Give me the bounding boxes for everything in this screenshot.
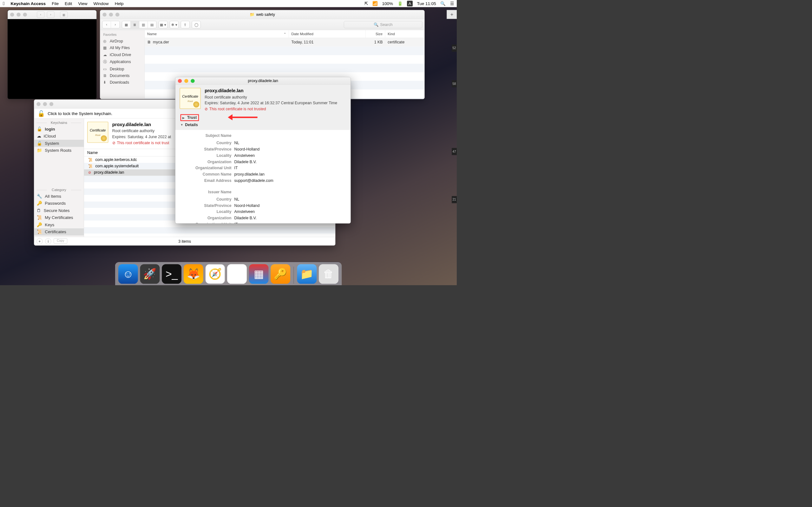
- lock-text: Click to lock the System keychain.: [48, 111, 112, 116]
- key-icon: 🔑: [37, 222, 42, 227]
- sidebar-item-downloads[interactable]: ⬇Downloads: [100, 79, 145, 86]
- list-view-icon[interactable]: ≣: [131, 21, 139, 28]
- sidebar-item-applications[interactable]: ⒶApplications: [100, 58, 145, 66]
- menu-file[interactable]: File: [52, 1, 59, 6]
- cert-warning: This root certificate is not trusted: [209, 106, 266, 112]
- input-source-badge[interactable]: A: [407, 1, 413, 6]
- sidebar-item-documents[interactable]: 🗎Documents: [100, 72, 145, 79]
- category-certificates[interactable]: 📜Certificates: [34, 228, 84, 236]
- dock-finder[interactable]: ☺: [118, 264, 138, 284]
- keychain-icloud[interactable]: ☁iCloud: [34, 133, 84, 140]
- app-name[interactable]: Keychain Access: [10, 1, 46, 6]
- arrange-button[interactable]: ▦ ▾: [159, 21, 167, 29]
- traffic-lights[interactable]: [10, 13, 27, 16]
- lock-icon[interactable]: 🔓: [38, 110, 45, 117]
- field-email: Email Addresssupport@diladele.com: [179, 177, 347, 184]
- trust-disclosure[interactable]: ▶Trust: [179, 113, 347, 122]
- info-button[interactable]: i: [45, 238, 51, 244]
- favorites-header: Favorites: [100, 32, 145, 38]
- sidebar-item-airdrop[interactable]: ◎AirDrop: [100, 38, 145, 44]
- cert-name: proxy.diladele.lan: [112, 122, 171, 127]
- folder-icon: 📁: [37, 148, 42, 153]
- dock-terminal[interactable]: >_: [162, 264, 182, 284]
- inspector-titlebar[interactable]: proxy.diladele.lan: [175, 77, 351, 85]
- dock-vmware[interactable]: ▦: [249, 264, 269, 284]
- file-row[interactable]: 🗎myca.der Today, 11:01 1 KB certificate: [145, 38, 424, 47]
- view-mode-switcher[interactable]: ▦ ≣ ▥ ▤: [122, 21, 156, 29]
- category-my-certs[interactable]: 📜My Certificates: [34, 214, 84, 222]
- airdrop-icon: ◎: [103, 39, 108, 44]
- dock-firefox[interactable]: 🦊: [184, 264, 203, 284]
- dock-safari[interactable]: 🧭: [205, 264, 225, 284]
- dock-chrome[interactable]: ◉: [227, 264, 247, 284]
- error-icon: ⊘: [205, 106, 208, 112]
- dock-downloads[interactable]: 📁: [297, 264, 317, 284]
- coverflow-view-icon[interactable]: ▤: [148, 21, 156, 28]
- traffic-lights[interactable]: [178, 79, 195, 83]
- action-button[interactable]: ✻ ▾: [170, 21, 179, 29]
- menu-help[interactable]: Help: [115, 1, 124, 6]
- spotlight-icon[interactable]: 🔍: [440, 1, 446, 6]
- battery-percent[interactable]: 100%: [382, 1, 393, 6]
- keychain-system-roots[interactable]: 📁System Roots: [34, 147, 84, 154]
- wifi-icon[interactable]: 📶: [372, 1, 378, 6]
- sidebar-item-icloud[interactable]: ☁iCloud Drive: [100, 51, 145, 58]
- certificate-inspector: proxy.diladele.lan CertificateRoot proxy…: [175, 77, 351, 223]
- forward-button[interactable]: ›: [47, 11, 55, 18]
- clock[interactable]: Tue 11:05: [417, 1, 436, 6]
- cert-expires: Expires: Saturday, 4 June 2022 at 16:32:…: [205, 100, 337, 106]
- tags-button[interactable]: ◯: [192, 21, 201, 29]
- edge-hint: 52: [452, 45, 457, 52]
- field-state: State/ProvinceNoord-Holland: [179, 146, 347, 153]
- apple-menu-icon[interactable]: : [3, 1, 4, 6]
- keychain-login[interactable]: 🔓login: [34, 125, 84, 133]
- sort-arrow-icon[interactable]: ⌃: [284, 32, 286, 36]
- back-button[interactable]: ‹: [37, 11, 44, 18]
- details-disclosure[interactable]: ▼Details: [179, 122, 347, 128]
- cloud-icon: ☁: [37, 134, 41, 139]
- category-secure-notes[interactable]: 🗒Secure Notes: [34, 207, 84, 214]
- list-header[interactable]: Name⌃ Date Modified Size Kind: [145, 30, 424, 38]
- field-cn: Common Nameproxy.diladele.lan: [179, 171, 347, 177]
- keychains-header: Keychains: [34, 120, 84, 125]
- note-icon: 🗒: [37, 208, 41, 213]
- issuer-org: OrganizationDiladele B.V.: [179, 215, 347, 221]
- disclosure-right-icon: ▶: [183, 116, 185, 119]
- finder-titlebar[interactable]: 📁 web safety: [100, 10, 425, 19]
- screenshare-icon[interactable]: ⇱: [364, 1, 368, 6]
- sidebar-item-allfiles[interactable]: ▦All My Files: [100, 45, 145, 51]
- dock-keychain[interactable]: 🔑: [270, 264, 290, 284]
- menu-view[interactable]: View: [78, 1, 87, 6]
- menu-edit[interactable]: Edit: [65, 1, 72, 6]
- battery-icon[interactable]: 🔋: [397, 1, 403, 6]
- nav-buttons[interactable]: ‹›: [102, 21, 119, 29]
- category-keys[interactable]: 🔑Keys: [34, 221, 84, 228]
- icon-view-icon[interactable]: ▦: [122, 21, 131, 28]
- notification-center-icon[interactable]: ☰: [450, 1, 454, 6]
- share-button[interactable]: ⇪: [181, 21, 190, 29]
- menu-window[interactable]: Window: [94, 1, 109, 6]
- downloads-icon: ⬇: [103, 80, 108, 85]
- column-view-icon[interactable]: ▥: [139, 21, 148, 28]
- sidebar-toggle-icon[interactable]: ▥: [60, 11, 68, 18]
- copy-button[interactable]: Copy: [54, 238, 67, 244]
- category-all[interactable]: 🔧All Items: [34, 193, 84, 200]
- keychain-system[interactable]: 🔓System: [34, 140, 84, 147]
- add-button[interactable]: +: [37, 238, 43, 244]
- field-ou: Organizational UnitIT: [179, 165, 347, 171]
- dock-launchpad[interactable]: 🚀: [140, 264, 160, 284]
- traffic-lights[interactable]: [102, 13, 119, 16]
- category-passwords[interactable]: 🔑Passwords: [34, 200, 84, 207]
- sidebar-item-desktop[interactable]: ▭Desktop: [100, 66, 145, 72]
- new-tab-button[interactable]: +: [447, 10, 457, 19]
- cert-icon: 📜: [37, 215, 42, 220]
- cert-role: Root certificate authority: [205, 94, 337, 100]
- status-bar: + i Copy 3 items: [34, 237, 335, 245]
- traffic-lights[interactable]: [37, 102, 53, 106]
- issuer-locality: LocalityAmstelveen: [179, 209, 347, 215]
- dock-trash[interactable]: 🗑: [319, 264, 339, 284]
- search-input[interactable]: 🔍 Search: [344, 21, 422, 28]
- inspector-title: proxy.diladele.lan: [248, 78, 278, 83]
- dock-divider: [293, 267, 294, 284]
- unlock-icon: 🔓: [37, 141, 42, 146]
